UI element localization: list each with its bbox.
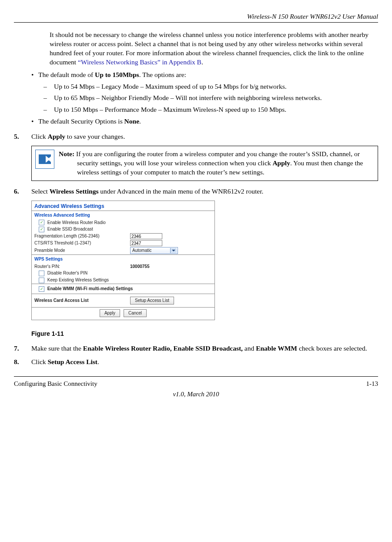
panel-title: Advanced Wireless Settings — [32, 201, 214, 211]
panel-button-bar: Apply Cancel — [32, 308, 214, 320]
label-preamble: Preamble Mode — [34, 248, 130, 254]
step-6-num: 6. — [14, 187, 31, 196]
note-arrow-icon — [35, 150, 54, 169]
step-5-num: 5. — [14, 132, 31, 141]
note-bold: Apply — [272, 159, 290, 167]
step-8-post: . — [97, 358, 99, 365]
step-8-pre: Click — [31, 358, 47, 365]
dash-65: – Up to 65 Mbps – Neighbor Friendly Mode… — [44, 94, 378, 103]
checkbox-disable-pin[interactable] — [39, 271, 44, 276]
label-fragmentation: Fragmentation Length (256-2346) — [34, 233, 130, 239]
footer-version: v1.0, March 2010 — [14, 390, 378, 398]
row-cts: CTS/RTS Threshold (1-2347) — [32, 240, 214, 247]
section-wireless-advanced: Wireless Advanced Setting — [32, 211, 214, 219]
checkbox-enable-radio[interactable]: ✓ — [39, 220, 44, 225]
step-7-bold: Enable Wireless Router Radio, Enable SSI… — [83, 345, 243, 352]
step-6-post: under Advanced in the main menu of the W… — [98, 187, 263, 195]
label-cts: CTS/RTS Threshold (1-2347) — [34, 240, 130, 246]
dash-150: – Up to 150 Mbps – Performance Mode – Ma… — [44, 105, 378, 114]
dash-65-text: Up to 65 Mbps – Neighbor Friendly Mode –… — [54, 94, 322, 103]
row-enable-ssid: ✓ Enable SSID Broadcast — [32, 226, 214, 233]
step-6: 6. Select Wireless Settings under Advanc… — [14, 187, 378, 196]
row-access-list: Wireless Card Access List Setup Access L… — [32, 294, 214, 307]
bullet-sec-bold: None — [124, 117, 139, 125]
footer-rule — [14, 376, 378, 377]
dash-icon: – — [44, 94, 54, 103]
dash-icon: – — [44, 105, 54, 114]
wireless-basics-link[interactable]: “Wireless Networking Basics” in Appendix… — [78, 58, 201, 66]
select-preamble-value: Automatic — [132, 248, 151, 254]
step-6-bold: Wireless Settings — [50, 187, 99, 195]
checkbox-enable-ssid[interactable]: ✓ — [39, 227, 44, 232]
label-keep-existing: Keep Existing Wireless Settings — [47, 278, 109, 282]
note-label: Note: — [59, 150, 74, 157]
dash-54-text: Up to 54 Mbps – Legacy Mode – Maximum sp… — [54, 82, 287, 91]
bullet-sec-pre: The default Security Options is — [38, 117, 124, 125]
row-preamble: Preamble Mode Automatic — [32, 247, 214, 254]
row-enable-radio: ✓ Enable Wireless Router Radio — [32, 219, 214, 226]
intro-paragraph: It should not be necessary to change the… — [50, 30, 378, 67]
value-router-pin: 10000755 — [130, 264, 150, 270]
select-preamble[interactable]: Automatic — [130, 247, 178, 254]
label-enable-ssid: Enable SSID Broadcast — [47, 227, 93, 231]
step-5-post: to save your changes. — [65, 133, 125, 140]
header-rule — [14, 22, 378, 23]
apply-button[interactable]: Apply — [100, 309, 120, 317]
note-box: Note: If you are configuring the router … — [31, 146, 378, 181]
step-5-pre: Click — [31, 133, 47, 140]
footer-page: 1-13 — [366, 379, 379, 388]
step-7: 7. Make sure that the Enable Wireless Ro… — [14, 344, 378, 353]
dash-150-text: Up to 150 Mbps – Performance Mode – Maxi… — [54, 105, 286, 114]
bullet-dot-icon: • — [31, 117, 38, 126]
row-pin: Router's PIN: 10000755 — [32, 263, 214, 270]
cancel-button[interactable]: Cancel — [124, 309, 147, 317]
row-wmm: ✓ Enable WMM (Wi-Fi multi-media) Setting… — [32, 284, 214, 294]
label-enable-radio: Enable Wireless Router Radio — [47, 220, 106, 225]
dash-54: – Up to 54 Mbps – Legacy Mode – Maximum … — [44, 82, 378, 91]
setup-access-list-button[interactable]: Setup Access List — [130, 297, 174, 304]
bullet-sec-post: . — [139, 117, 141, 125]
bullet-mode-pre: The default mode of — [38, 71, 95, 78]
bullet-mode-post: . The options are: — [139, 71, 186, 78]
section-wps: WPS Settings — [32, 255, 214, 263]
input-cts[interactable] — [130, 240, 162, 246]
chevron-down-icon — [170, 248, 177, 253]
label-access-list: Wireless Card Access List — [34, 298, 130, 304]
step-7-pre: Make sure that the — [31, 345, 83, 352]
dash-icon: – — [44, 82, 54, 91]
bullet-mode-bold: Up to 150Mbps — [95, 71, 139, 78]
note-text: Note: If you are configuring the router … — [59, 150, 373, 177]
input-fragmentation[interactable] — [130, 233, 162, 239]
step-8-num: 8. — [14, 358, 31, 367]
footer-section: Configuring Basic Connectivity — [14, 379, 97, 388]
bullet-dot-icon: • — [31, 70, 38, 80]
row-fragmentation: Fragmentation Length (256-2346) — [32, 233, 214, 240]
advanced-wireless-settings-panel: Advanced Wireless Settings Wireless Adva… — [31, 201, 215, 320]
bullet-mode: • The default mode of Up to 150Mbps. The… — [31, 70, 378, 80]
step-5-bold: Apply — [47, 133, 65, 140]
step-7-bold2: Enable WMM — [256, 345, 297, 352]
label-router-pin: Router's PIN: — [34, 264, 130, 270]
step-7-mid: and — [243, 345, 256, 352]
step-5: 5. Click Apply to save your changes. — [14, 132, 378, 141]
step-8-bold: Setup Access List — [47, 358, 97, 365]
row-keep-existing: Keep Existing Wireless Settings — [32, 277, 214, 284]
intro-text-b: . — [201, 58, 203, 66]
step-6-pre: Select — [31, 187, 50, 195]
step-7-post: check boxes are selected. — [297, 345, 367, 352]
row-disable-pin: Disable Router's PIN — [32, 270, 214, 277]
step-8: 8. Click Setup Access List. — [14, 358, 378, 367]
figure-caption: Figure 1-11 — [31, 330, 378, 338]
label-disable-pin: Disable Router's PIN — [47, 271, 88, 275]
checkbox-wmm[interactable]: ✓ — [39, 286, 44, 292]
bullet-security: • The default Security Options is None. — [31, 117, 378, 126]
doc-header-title: Wireless-N 150 Router WNR612v2 User Manu… — [14, 12, 378, 21]
footer-row: Configuring Basic Connectivity 1-13 — [14, 379, 378, 388]
step-7-num: 7. — [14, 344, 31, 353]
label-wmm: Enable WMM (Wi-Fi multi-media) Settings — [47, 286, 133, 291]
checkbox-keep-existing[interactable] — [39, 278, 44, 283]
